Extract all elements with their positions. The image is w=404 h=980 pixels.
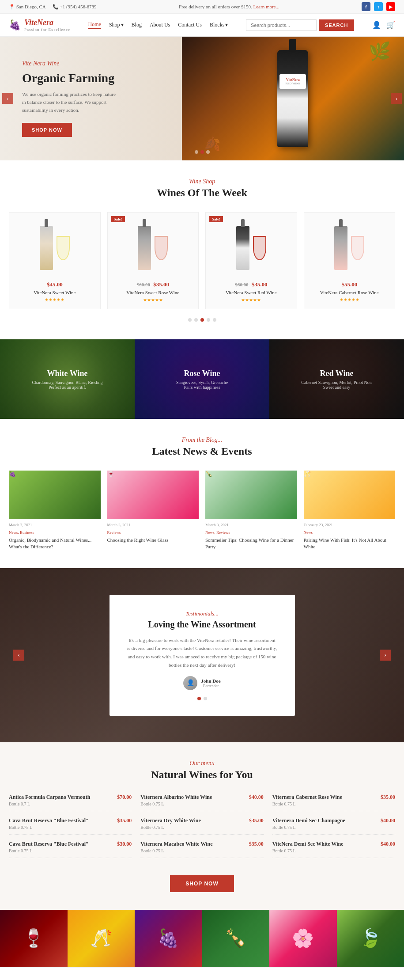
dot-3[interactable] bbox=[200, 318, 204, 322]
search-button[interactable]: SEARCH bbox=[319, 19, 354, 31]
dot-5[interactable] bbox=[213, 318, 216, 322]
user-icon[interactable]: 👤 bbox=[372, 21, 381, 29]
white-wine-varieties: Chardonnay, Sauvignon Blanc, Riesling bbox=[32, 380, 102, 385]
white-wine-category[interactable]: White Wine Chardonnay, Sauvignon Blanc, … bbox=[0, 339, 135, 419]
menu-item-name: Viternera Albarino White Wine bbox=[140, 794, 244, 801]
product-card[interactable]: $55.00 ViteNera Cabernet Rose Wine ★★★★★ bbox=[304, 212, 396, 309]
blog-post-title: Choosing the Right Wine Glass bbox=[107, 537, 199, 543]
nav-about[interactable]: About Us bbox=[150, 22, 170, 28]
rose-wine-title: Rose Wine bbox=[184, 369, 220, 378]
product-card[interactable]: Sale! $60.00 $35.00 ViteNera Sweet Red W… bbox=[205, 212, 297, 309]
instagram-image-5[interactable]: 🌸 bbox=[269, 910, 337, 967]
red-wine-desc: Sweet and easy bbox=[323, 385, 351, 390]
blog-post-title: Organic, Biodynamic and Natural Wines...… bbox=[9, 537, 101, 551]
menu-item-price: $40.00 bbox=[381, 841, 395, 847]
vine-decoration: 🌿 bbox=[369, 41, 391, 62]
menu-item: ViteNera Demi Sec White Wine Bottle 0.75… bbox=[272, 841, 395, 858]
testimonials-section: ‹ Testimonials... Loving the Wine Assort… bbox=[0, 568, 404, 742]
hero-next-arrow[interactable]: › bbox=[391, 93, 402, 104]
rose-wine-varieties: Sangiovese, Syrah, Grenache bbox=[176, 380, 228, 385]
hero-dot-1[interactable] bbox=[195, 150, 198, 154]
menu-item: Viternera Macabeo White Wine Bottle 0.75… bbox=[140, 841, 263, 858]
testimonial-prev-arrow[interactable]: ‹ bbox=[13, 650, 24, 661]
social-links: f t ▶ bbox=[362, 2, 395, 11]
wines-of-week-section: Wine Shop Wines Of The Week $45.00 ViteN… bbox=[0, 160, 404, 339]
menu-item-price: $40.00 bbox=[249, 794, 264, 801]
product-stars: ★★★★★ bbox=[114, 297, 192, 302]
hero-prev-arrow[interactable]: ‹ bbox=[2, 93, 13, 104]
hero-image: ViteNera RED WINE 🌿 🍂 bbox=[182, 37, 404, 160]
facebook-icon[interactable]: f bbox=[362, 2, 370, 11]
menu-item-name: ViteNera Demi Sec White Wine bbox=[272, 841, 376, 847]
blog-category: News, Reviews bbox=[205, 530, 230, 535]
testimonial-author-name: John Doe bbox=[201, 678, 220, 684]
blog-card[interactable]: 🍷 March 3, 2021 Reviews Choosing the Rig… bbox=[107, 471, 199, 551]
learn-more-link[interactable]: Learn more... bbox=[253, 4, 279, 9]
dot-4[interactable] bbox=[207, 318, 210, 322]
logo-icon: 🍇 bbox=[9, 19, 21, 31]
hero-title: Organic Farming bbox=[22, 71, 160, 86]
blog-card[interactable]: 🥂 February 23, 2021 News Pairing Wine Wi… bbox=[304, 471, 396, 551]
testimonial-author-role: Bartender bbox=[201, 684, 220, 688]
instagram-image-2[interactable]: 🥂 bbox=[68, 910, 135, 967]
nav-contact[interactable]: Contact Us bbox=[178, 22, 202, 28]
product-name: ViteNera Sweet Wine bbox=[16, 290, 94, 295]
blog-image-3: 🍾 bbox=[205, 471, 297, 519]
testimonial-dot-1[interactable] bbox=[197, 697, 201, 700]
product-price: $45.00 bbox=[16, 281, 94, 288]
rose-wine-category[interactable]: Rose Wine Sangiovese, Syrah, Grenache Pa… bbox=[135, 339, 269, 419]
products-dots bbox=[9, 318, 395, 322]
nav-blocks[interactable]: Blocks▾ bbox=[210, 22, 228, 28]
nav-shop[interactable]: Shop▾ bbox=[109, 22, 124, 28]
product-name: ViteNera Sweet Rose Wine bbox=[114, 290, 192, 295]
wines-subtitle: Wine Shop bbox=[9, 178, 395, 185]
instagram-image-6[interactable]: 🍃 bbox=[337, 910, 404, 967]
testimonial-dot-2[interactable] bbox=[204, 697, 207, 700]
blog-category: Reviews bbox=[107, 530, 121, 535]
hero-shop-button[interactable]: SHOP NOW bbox=[22, 123, 72, 137]
instagram-image-1[interactable]: 🍷 bbox=[0, 910, 68, 967]
menu-item-price: $40.00 bbox=[381, 817, 395, 824]
hero-dot-2[interactable] bbox=[200, 150, 204, 154]
product-card[interactable]: Sale! $60.00 $35.00 ViteNera Sweet Rose … bbox=[107, 212, 199, 309]
product-card[interactable]: $45.00 ViteNera Sweet Wine ★★★★★ bbox=[9, 212, 101, 309]
blog-grid: 🍇 March 3, 2021 News, Business Organic, … bbox=[9, 471, 395, 551]
menu-item-price: $35.00 bbox=[381, 794, 395, 801]
red-wine-title: Red Wine bbox=[320, 369, 354, 378]
shop-now-button[interactable]: SHOP NOW bbox=[170, 875, 234, 892]
menu-subtitle: Our menu bbox=[9, 760, 395, 767]
blog-category: News bbox=[304, 530, 313, 535]
dot-2[interactable] bbox=[194, 318, 198, 322]
cart-icon[interactable]: 🛒 bbox=[386, 21, 395, 29]
dot-1[interactable] bbox=[188, 318, 192, 322]
menu-title: Natural Wines for You bbox=[9, 769, 395, 781]
white-wine-desc: Perfect as an aperitif. bbox=[49, 385, 86, 390]
menu-header: Our menu Natural Wines for You bbox=[9, 760, 395, 781]
menu-col-3: Viternera Cabernet Rose Wine Bottle 0.75… bbox=[272, 794, 395, 864]
product-image bbox=[114, 219, 192, 277]
menu-item-desc: Bottle 0.75 L bbox=[9, 825, 113, 830]
blog-card[interactable]: 🍇 March 3, 2021 News, Business Organic, … bbox=[9, 471, 101, 551]
nav-blog[interactable]: Blog bbox=[132, 22, 142, 28]
testimonial-card: Testimonials... Loving the Wine Assortme… bbox=[109, 595, 295, 716]
youtube-icon[interactable]: ▶ bbox=[386, 2, 395, 11]
twitter-icon[interactable]: t bbox=[374, 2, 383, 11]
search-area: SEARCH bbox=[246, 19, 354, 31]
testimonial-next-arrow[interactable]: › bbox=[380, 650, 391, 661]
menu-item-price: $35.00 bbox=[249, 817, 264, 824]
blog-category: News, Business bbox=[9, 530, 34, 535]
nav-home[interactable]: Home bbox=[88, 21, 101, 29]
menu-item-desc: Bottle 0.75 L bbox=[272, 801, 376, 806]
logo[interactable]: 🍇 ViteNera Passion for Excellence bbox=[9, 18, 70, 32]
blog-card[interactable]: 🍾 March 3, 2021 News, Reviews Sommelier … bbox=[205, 471, 297, 551]
menu-item-name: Cava Brut Reserva "Blue Festival" bbox=[9, 817, 113, 824]
menu-item-desc: Bottle 0.75 L bbox=[272, 848, 376, 853]
instagram-image-4[interactable]: 🍾 bbox=[202, 910, 270, 967]
menu-item: Viternera Albarino White Wine Bottle 0.7… bbox=[140, 794, 263, 811]
header-icons: 👤 🛒 bbox=[372, 21, 395, 29]
search-input[interactable] bbox=[246, 19, 317, 31]
hero-dot-3[interactable] bbox=[206, 150, 210, 154]
red-wine-category[interactable]: Red Wine Cabernet Sauvignon, Merlot, Pin… bbox=[269, 339, 404, 419]
instagram-image-3[interactable]: 🍇 bbox=[135, 910, 202, 967]
hero-subtitle: Vite Nera Wine bbox=[22, 60, 160, 67]
